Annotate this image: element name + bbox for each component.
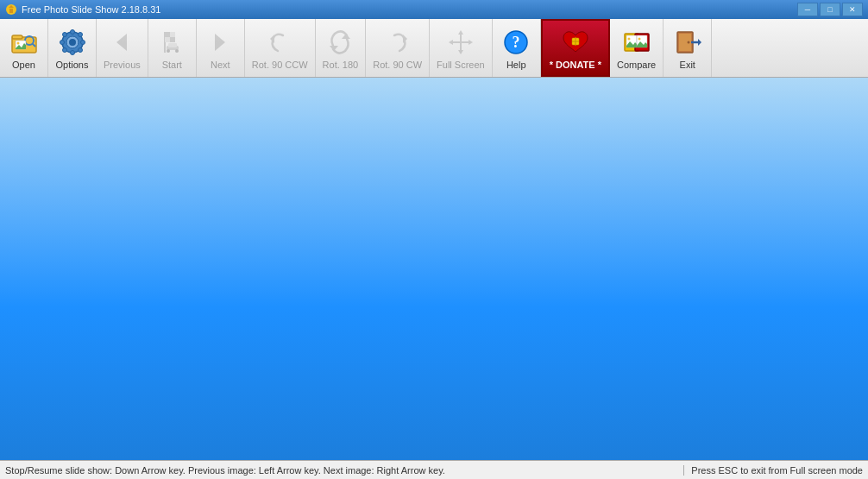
svg-rect-25 (170, 37, 175, 42)
svg-point-15 (62, 32, 66, 36)
fullscreen-label: Full Screen (437, 60, 485, 70)
svg-rect-24 (165, 37, 170, 42)
donate-label: * DONATE * (550, 60, 601, 70)
svg-rect-23 (170, 32, 175, 37)
svg-marker-39 (449, 40, 453, 45)
svg-text:?: ? (513, 34, 520, 51)
rot-180-button[interactable]: Rot. 180 (316, 19, 367, 77)
start-button[interactable]: Start (148, 19, 197, 77)
svg-marker-32 (330, 46, 338, 51)
rot-cw-icon (382, 27, 413, 58)
title-controls: ─ □ ✕ (797, 3, 863, 16)
status-bar: Stop/Resume slide show: Down Arrow key. … (0, 460, 868, 479)
exit-icon (672, 27, 703, 58)
svg-point-50 (627, 37, 630, 40)
options-icon (57, 27, 88, 58)
rot-180-label: Rot. 180 (323, 60, 359, 70)
svg-marker-20 (116, 34, 127, 51)
previous-label: Previous (104, 60, 141, 70)
next-button[interactable]: Next (197, 19, 245, 77)
rot-cw-button[interactable]: Rot. 90 CW (366, 19, 430, 77)
status-left-text: Stop/Resume slide show: Down Arrow key. … (5, 465, 445, 476)
svg-marker-40 (469, 40, 473, 45)
svg-point-27 (167, 49, 170, 53)
donate-icon (560, 27, 591, 58)
svg-point-16 (78, 47, 82, 52)
svg-point-19 (69, 39, 76, 46)
start-icon (156, 27, 187, 58)
svg-point-18 (78, 32, 82, 36)
svg-rect-22 (165, 32, 170, 37)
app-title: Free Photo Slide Show 2.18.8.31 (22, 4, 160, 15)
svg-point-28 (175, 49, 179, 53)
open-label: Open (12, 60, 35, 70)
minimize-button[interactable]: ─ (797, 3, 818, 16)
svg-marker-38 (458, 50, 463, 54)
rot-ccw-label: Rot. 90 CCW (252, 60, 308, 70)
start-label: Start (162, 60, 182, 70)
svg-rect-29 (168, 43, 177, 47)
app-icon (5, 3, 17, 16)
compare-label: Compare (617, 60, 656, 70)
svg-point-8 (16, 41, 19, 44)
options-label: Options (56, 60, 89, 70)
svg-point-12 (70, 50, 74, 54)
compare-icon (621, 27, 652, 58)
main-content-area (0, 78, 868, 460)
toolbar: Open Options (0, 19, 868, 78)
help-label: Help (506, 60, 526, 70)
help-button[interactable]: ? Help (493, 19, 541, 77)
status-right-text: Press ESC to exit from Full screen mode (683, 465, 863, 476)
rot-cw-label: Rot. 90 CW (373, 60, 422, 70)
maximize-button[interactable]: □ (820, 3, 840, 16)
previous-icon (106, 27, 137, 58)
rot-ccw-icon (264, 27, 295, 58)
exit-button[interactable]: Exit (664, 19, 712, 77)
svg-marker-33 (342, 34, 350, 39)
donate-button[interactable]: * DONATE * (541, 19, 610, 77)
svg-point-56 (687, 41, 689, 43)
rot-180-icon (324, 27, 355, 58)
fullscreen-icon (445, 27, 476, 58)
next-label: Next (211, 60, 230, 70)
title-bar: Free Photo Slide Show 2.18.8.31 ─ □ ✕ (0, 0, 868, 19)
previous-button[interactable]: Previous (97, 19, 148, 77)
title-left: Free Photo Slide Show 2.18.8.31 (5, 3, 160, 16)
open-button[interactable]: Open (0, 19, 48, 77)
open-icon (9, 27, 40, 58)
close-button[interactable]: ✕ (842, 3, 863, 16)
svg-point-14 (80, 40, 85, 44)
compare-button[interactable]: Compare (610, 19, 664, 77)
svg-marker-37 (458, 30, 463, 35)
svg-marker-30 (215, 34, 225, 51)
help-icon: ? (500, 27, 531, 58)
next-icon (204, 27, 236, 58)
exit-label: Exit (680, 60, 695, 70)
svg-rect-4 (12, 35, 22, 39)
rot-ccw-button[interactable]: Rot. 90 CCW (245, 19, 316, 77)
options-button[interactable]: Options (48, 19, 97, 77)
svg-point-53 (638, 37, 640, 40)
svg-point-11 (70, 29, 74, 34)
svg-point-13 (60, 40, 64, 44)
fullscreen-button[interactable]: Full Screen (430, 19, 493, 77)
svg-rect-2 (9, 9, 13, 13)
svg-point-17 (62, 47, 66, 52)
